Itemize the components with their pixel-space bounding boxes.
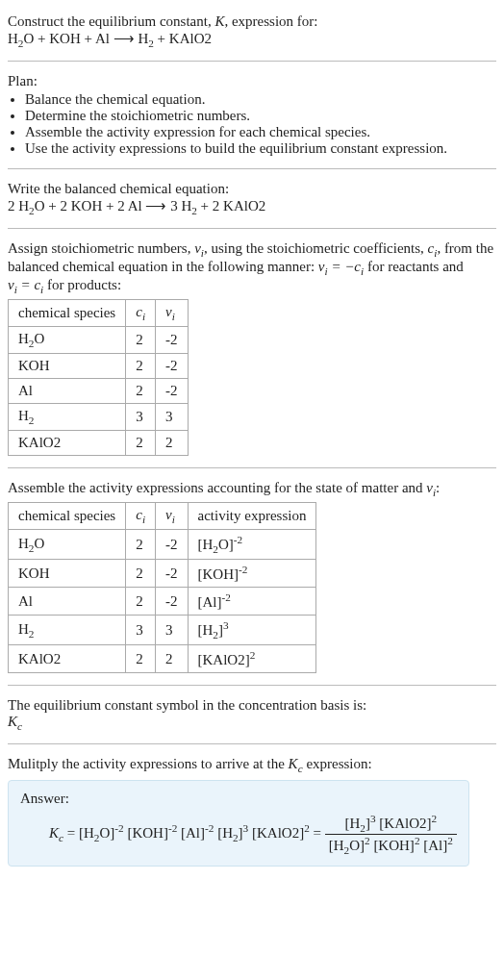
activity-section: Assemble the activity expressions accoun…	[8, 474, 496, 679]
kc-k: K	[8, 714, 17, 729]
table-row: KOH 2 -2	[9, 354, 189, 379]
c-cell: 2	[126, 327, 156, 354]
eq-prod: νi = ci	[8, 277, 43, 292]
ep1: ν	[8, 277, 14, 292]
er2: = −c	[328, 259, 361, 274]
nu-cell: 2	[156, 431, 189, 456]
activity-heading: Assemble the activity expressions accoun…	[8, 480, 426, 495]
balanced-equation: 2 H2O + 2 KOH + 2 Al ⟶ 3 H2 + 2 KAlO2	[8, 198, 265, 214]
a-e2: -2	[168, 822, 177, 834]
ab: [H	[198, 622, 214, 638]
multiply-section: Mulitply the activity expressions to arr…	[8, 750, 496, 872]
ae: -2	[239, 564, 247, 575]
d-e3: 2	[447, 835, 453, 846]
nu-cell: -2	[156, 354, 189, 379]
act-cell: [KOH]-2	[188, 560, 316, 588]
separator	[8, 743, 496, 744]
col-nu: νi	[156, 503, 189, 530]
ep2: = c	[17, 277, 40, 292]
eq-o: O	[23, 31, 34, 46]
sp-a: H	[18, 331, 29, 346]
symbol-heading: The equilibrium constant symbol in the c…	[8, 697, 496, 714]
prompt-section: Construct the equilibrium constant, K, e…	[8, 8, 496, 55]
ae: 2	[250, 649, 256, 661]
a-t3: [Al]	[177, 825, 205, 841]
species-cell: H2	[9, 616, 126, 645]
kc-symbol: Kc	[8, 714, 22, 729]
table-row: H2O 2 -2	[9, 327, 189, 354]
ci-sub: i	[142, 311, 145, 322]
sp-s: 2	[29, 628, 35, 640]
col-nu: νi	[156, 300, 189, 327]
a-t1: O]	[99, 825, 114, 841]
sp-a: H	[18, 536, 29, 551]
prompt-equation: H2O + KOH + Al ⟶ H2 + KAlO2	[8, 31, 212, 46]
c-cell: 3	[126, 404, 156, 431]
ci-sub2: i	[142, 514, 145, 525]
n-e2: 2	[431, 813, 437, 824]
kc-sym2: Kc	[289, 756, 303, 771]
c-cell: 2	[126, 379, 156, 404]
nu-cell: -2	[156, 560, 189, 588]
assign-section: Assign stoichiometric numbers, νi, using…	[8, 235, 496, 462]
kc-k2: K	[49, 825, 59, 841]
prompt-text2: , expression for:	[224, 13, 317, 29]
answer-fraction: [H2]3 [KAlO2]2 [H2O]2 [KOH]2 [Al]2	[325, 813, 457, 856]
nu-cell: -2	[156, 379, 189, 404]
table-row: H2 3 3 [H2]3	[9, 616, 316, 645]
sp-a: H	[18, 408, 29, 423]
nu-h: ν	[165, 304, 172, 319]
a-t2: [KOH]	[124, 825, 168, 841]
n1: [H	[344, 816, 360, 831]
plan-item: Determine the stoichiometric numbers.	[25, 108, 496, 124]
col-species: chemical species	[9, 300, 126, 327]
ab: [KAlO2]	[198, 652, 250, 667]
nu-cell: 2	[156, 645, 189, 673]
c-cell: 2	[126, 560, 156, 588]
table-row: Al 2 -2	[9, 379, 189, 404]
ab: [H	[198, 537, 214, 552]
nu-cell: -2	[156, 530, 189, 560]
answer-label: Answer:	[20, 791, 457, 807]
ci2: ci	[136, 507, 145, 522]
frac-den: [H2O]2 [KOH]2 [Al]2	[325, 835, 457, 856]
ae: 3	[223, 619, 229, 631]
sp-a: KOH	[18, 358, 50, 373]
species-cell: Al	[9, 588, 126, 616]
table-row: KOH 2 -2 [KOH]-2	[9, 560, 316, 588]
prompt-text: Construct the equilibrium constant,	[8, 13, 214, 29]
prompt-k: K	[214, 13, 224, 29]
sp-a: Al	[18, 383, 33, 398]
plan-item: Use the activity expressions to build th…	[25, 140, 496, 157]
ab: [KOH]	[198, 566, 239, 582]
col-c: ci	[126, 300, 156, 327]
c-cell: 2	[126, 588, 156, 616]
kc-ans: Kc	[49, 825, 63, 841]
a-e3: -2	[205, 822, 214, 834]
d4: [Al]	[420, 838, 448, 853]
act-cell: [H2]3	[188, 616, 316, 645]
nu-cell: -2	[156, 327, 189, 354]
activity-heading2: :	[436, 480, 440, 495]
nu-cell: -2	[156, 588, 189, 616]
c-cell: 2	[126, 645, 156, 673]
separator	[8, 168, 496, 169]
ae: -2	[234, 534, 242, 545]
n3: [KAlO2]	[376, 816, 432, 831]
sp-sub: 2	[29, 415, 35, 426]
assign-text: Assign stoichiometric numbers,	[8, 240, 194, 256]
kc-sub: c	[17, 720, 22, 732]
multiply-heading2: expression:	[303, 756, 372, 771]
species-cell: KOH	[9, 354, 126, 379]
nui-sub: i	[172, 311, 175, 322]
d3: [KOH]	[370, 838, 415, 853]
answer-expression: Kc = [H2O]-2 [KOH]-2 [Al]-2 [H2]3 [KAlO2…	[20, 807, 457, 856]
nu-h2: ν	[165, 507, 172, 522]
c-h: c	[136, 304, 142, 319]
stoich-table: chemical species ci νi H2O 2 -2 KOH 2 -2…	[8, 299, 189, 456]
assign-text5: for products:	[43, 277, 121, 292]
table-header-row: chemical species ci νi	[9, 300, 189, 327]
assign-text2: , using the stoichiometric coefficients,	[204, 240, 428, 256]
nui2: νi	[165, 507, 175, 522]
c-cell: 3	[126, 616, 156, 645]
